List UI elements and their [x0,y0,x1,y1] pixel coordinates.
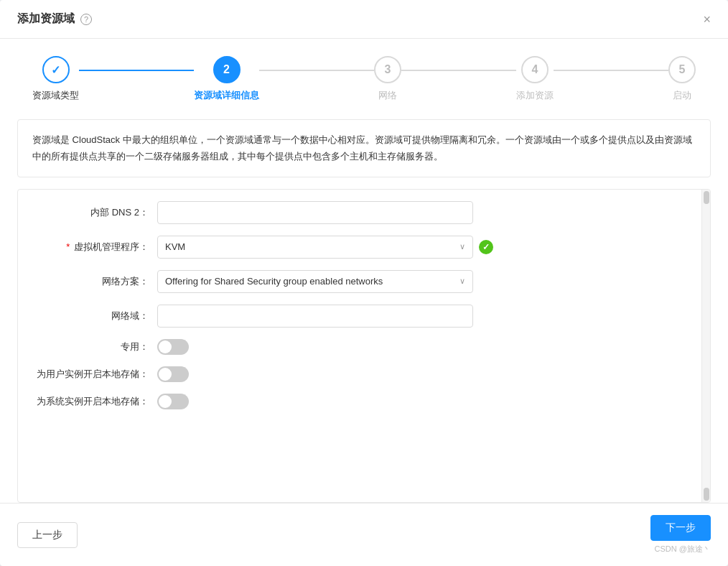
dialog-body: ✓ 资源域类型 2 资源域详细信息 3 网络 4 添加资源 [0,39,728,503]
input-network-domain[interactable] [157,305,473,328]
step-3-circle: 3 [374,56,401,83]
step-2-label: 资源域详细信息 [194,89,259,102]
steps-bar: ✓ 资源域类型 2 资源域详细信息 3 网络 4 添加资源 [17,56,711,102]
watermark: CSDN @旅途丶 [655,544,711,555]
label-network-offering: 网络方案： [35,275,157,288]
field-hypervisor: * 虚拟机管理程序： KVM ∨ [18,236,701,259]
toggle-dedicated[interactable] [157,339,189,355]
field-network-offering: 网络方案： Offering for Shared Security group… [18,270,701,293]
dialog-title-wrap: 添加资源域 ? [17,11,92,27]
field-local-storage-user: 为用户实例开启本地存储： [18,366,701,382]
step-1: ✓ 资源域类型 [32,56,79,102]
step-4-circle: 4 [521,56,549,83]
step-2-circle: 2 [213,56,241,83]
scrollbar-track[interactable] [701,190,710,502]
dropdown-arrow-network-offering: ∨ [459,277,465,286]
connector-3-4 [401,70,516,71]
step-3-label: 网络 [378,89,397,102]
dialog-footer: 上一步 下一步 CSDN @旅途丶 [0,503,728,566]
field-local-storage-system: 为系统实例开启本地存储： [18,394,701,409]
info-text: 资源域是 CloudStack 中最大的组织单位，一个资源域通常与一个数据中心相… [32,134,692,162]
select-hypervisor[interactable]: KVM ∨ [157,236,473,259]
add-zone-dialog: 添加资源域 ? × ✓ 资源域类型 2 资源域详细信息 3 网络 [0,0,728,566]
dialog-header: 添加资源域 ? × [0,0,728,39]
label-local-storage-user: 为用户实例开启本地存储： [35,368,157,381]
field-internal-dns-2: 内部 DNS 2： [18,201,701,224]
step-5-label: 启动 [673,89,691,102]
step-5-circle: 5 [668,56,696,83]
toggle-local-storage-system[interactable] [157,394,189,409]
scrollbar-thumb-top[interactable] [704,191,709,204]
select-network-offering[interactable]: Offering for Shared Security group enabl… [157,270,473,293]
input-internal-dns-2[interactable] [157,201,473,224]
label-network-domain: 网络域： [35,310,157,323]
connector-4-5 [554,70,668,71]
form-area: 内部 DNS 2： * 虚拟机管理程序： KVM ∨ [17,189,711,503]
step-1-label: 资源域类型 [32,89,79,102]
field-network-domain: 网络域： [18,305,701,328]
prev-button[interactable]: 上一步 [17,522,78,548]
step-1-circle: ✓ [42,56,70,83]
info-box: 资源域是 CloudStack 中最大的组织单位，一个资源域通常与一个数据中心相… [17,119,711,177]
footer-right: 下一步 CSDN @旅途丶 [650,515,711,555]
label-hypervisor: * 虚拟机管理程序： [35,241,157,254]
step-4: 4 添加资源 [516,56,554,102]
field-dedicated: 专用： [18,339,701,355]
select-hypervisor-value: KVM [165,241,459,252]
toggle-local-storage-user[interactable] [157,366,189,382]
step-2: 2 资源域详细信息 [194,56,259,102]
form-scroll: 内部 DNS 2： * 虚拟机管理程序： KVM ∨ [18,190,701,502]
label-dedicated: 专用： [35,340,157,353]
label-internal-dns-2: 内部 DNS 2： [35,206,157,219]
label-local-storage-system: 为系统实例开启本地存储： [35,395,157,408]
connector-1-2 [79,70,194,71]
dropdown-arrow-hypervisor: ∨ [459,242,465,251]
step-4-label: 添加资源 [516,89,554,102]
close-icon[interactable]: × [703,13,711,26]
select-network-offering-value: Offering for Shared Security group enabl… [165,276,459,287]
help-icon[interactable]: ? [80,14,92,25]
step-3: 3 网络 [374,56,401,102]
step-5: 5 启动 [668,56,696,102]
hypervisor-valid-icon [479,240,493,254]
scrollbar-thumb-bottom[interactable] [704,488,709,501]
connector-2-3 [259,70,374,71]
next-button[interactable]: 下一步 [650,515,711,541]
dialog-title: 添加资源域 [17,11,75,27]
